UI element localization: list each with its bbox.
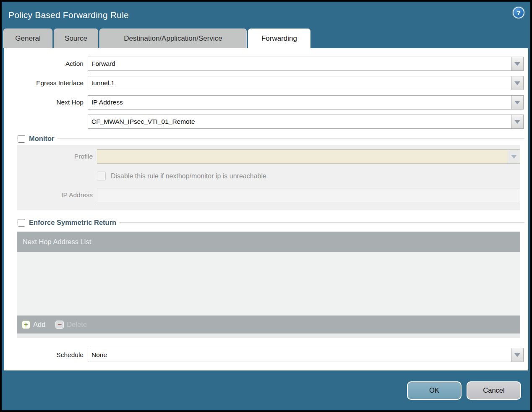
monitor-section: Monitor Profile Disable this rule if nex… [17,135,524,210]
dialog-footer: OK Cancel [2,370,530,410]
add-button-label: Add [33,321,45,329]
profile-row: Profile [17,149,520,164]
monitor-checkbox[interactable] [18,135,25,143]
action-input[interactable] [88,57,524,71]
schedule-chevron-down-icon[interactable] [511,348,523,362]
tab-forwarding[interactable]: Forwarding [248,29,310,48]
delete-button: − Delete [55,321,87,329]
monitor-ip-address-row: IP Address [17,188,520,202]
monitor-panel: Profile Disable this rule if nexthop/mon… [17,145,520,210]
schedule-row: Schedule [4,348,528,362]
schedule-input[interactable] [88,348,524,362]
action-label: Action [4,60,88,68]
profile-input [97,149,520,164]
monitor-ip-address-input [97,188,520,202]
action-chevron-down-icon[interactable] [511,57,523,70]
monitor-legend: Monitor [18,135,57,143]
next-hop-type-input[interactable] [88,95,524,110]
next-hop-address-dropdown [88,115,524,129]
ok-button[interactable]: OK [407,381,462,400]
cancel-button[interactable]: Cancel [467,381,521,400]
monitor-ip-address-label: IP Address [17,191,97,199]
action-dropdown [88,57,524,71]
forwarding-tab-panel: Action Egress Interface Next Hop [4,48,528,370]
add-icon: + [22,321,30,329]
next-hop-label: Next Hop [4,99,88,106]
next-hop-address-list-body [17,252,520,316]
add-button[interactable]: + Add [22,321,45,329]
next-hop-address-row [4,115,528,129]
egress-interface-chevron-down-icon[interactable] [511,76,523,90]
dialog-titlebar: Policy Based Forwarding Rule [2,2,530,29]
policy-based-forwarding-dialog: Policy Based Forwarding Rule ? General S… [2,2,530,410]
next-hop-row: Next Hop [4,95,528,110]
action-row: Action [4,57,528,71]
disable-rule-row: Disable this rule if nexthop/monitor ip … [97,170,520,182]
enforce-symmetric-return-legend: Enforce Symmetric Return [18,219,120,227]
delete-icon: − [55,321,64,329]
next-hop-address-list-header: Next Hop Address List [17,232,520,252]
egress-interface-row: Egress Interface [4,76,528,90]
table-scrollbar-track [17,334,520,338]
profile-label: Profile [17,153,97,160]
schedule-dropdown [88,348,524,362]
enforce-symmetric-return-title: Enforce Symmetric Return [29,219,116,227]
monitor-title: Monitor [29,135,54,143]
help-icon-glyph: ? [516,9,520,16]
delete-button-label: Delete [67,321,87,329]
next-hop-address-list-table: Next Hop Address List + Add − Delete [17,232,520,338]
profile-chevron-down-icon [508,150,520,163]
egress-interface-input[interactable] [88,76,524,90]
tab-destination-application-service[interactable]: Destination/Application/Service [99,29,247,48]
next-hop-address-input[interactable] [88,115,524,129]
disable-rule-label: Disable this rule if nexthop/monitor ip … [111,172,266,180]
next-hop-type-chevron-down-icon[interactable] [511,96,523,109]
tab-general[interactable]: General [3,29,52,48]
egress-interface-label: Egress Interface [4,79,88,87]
egress-interface-dropdown [88,76,524,90]
disable-rule-checkbox [97,172,106,180]
tab-bar: General Source Destination/Application/S… [3,29,310,48]
next-hop-address-chevron-down-icon[interactable] [511,115,523,128]
next-hop-type-dropdown [88,95,524,110]
enforce-symmetric-return-checkbox[interactable] [18,219,25,227]
dialog-title: Policy Based Forwarding Rule [8,10,129,20]
profile-dropdown [97,149,520,164]
tab-source[interactable]: Source [54,29,98,48]
help-icon[interactable]: ? [513,7,524,18]
next-hop-address-list-toolbar: + Add − Delete [17,316,520,334]
enforce-symmetric-return-section: Enforce Symmetric Return Next Hop Addres… [17,219,524,338]
schedule-label: Schedule [4,351,88,359]
